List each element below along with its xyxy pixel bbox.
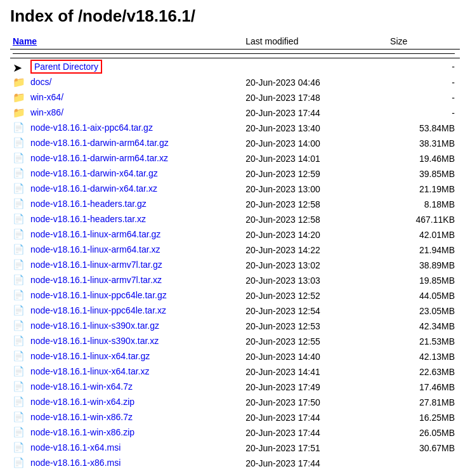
file-date: 20-Jun-2023 14:00 (243, 136, 388, 151)
file-size: 21.19MB (388, 182, 460, 197)
file-date: 20-Jun-2023 14:41 (243, 364, 388, 380)
file-date: 20-Jun-2023 12:58 (243, 197, 388, 212)
table-row: 📄 node-v18.16.1-darwin-x64.tar.gz 20-Jun… (10, 166, 460, 182)
file-link[interactable]: node-v18.16.1-x64.msi (30, 442, 121, 453)
file-link[interactable]: node-v18.16.1-darwin-x64.tar.xz (30, 183, 157, 194)
file-link[interactable]: node-v18.16.1-linux-arm64.tar.xz (30, 244, 160, 255)
file-name-cell: 📄 node-v18.16.1-aix-ppc64.tar.gz (10, 121, 243, 136)
file-name-cell: 📄 node-v18.16.1-linux-s390x.tar.xz (10, 334, 243, 349)
file-name-cell: 📄 node-v18.16.1-linux-arm64.tar.gz (10, 227, 243, 242)
file-size: 21.53MB (388, 334, 460, 349)
file-link[interactable]: node-v18.16.1-win-x64.zip (30, 397, 134, 407)
table-row: 📄 node-v18.16.1-linux-s390x.tar.xz 20-Ju… (10, 334, 460, 349)
file-size: 27.81MB (388, 395, 460, 410)
file-icon: 📄 (13, 457, 25, 470)
file-date: 20-Jun-2023 04:46 (243, 75, 388, 90)
file-link[interactable]: node-v18.16.1-headers.tar.xz (30, 214, 146, 224)
file-name-cell: 📄 node-v18.16.1-headers.tar.gz (10, 197, 243, 212)
table-row: 📄 node-v18.16.1-linux-x64.tar.xz 20-Jun-… (10, 364, 460, 380)
table-row: 📄 node-v18.16.1-linux-arm64.tar.xz 20-Ju… (10, 242, 460, 258)
file-name-cell: 📁 win-x64/ (10, 90, 243, 105)
file-icon: 📄 (13, 183, 25, 195)
file-icon: 📄 (13, 442, 25, 454)
file-icon: 📄 (13, 259, 25, 272)
file-link[interactable]: node-v18.16.1-linux-armv7l.tar.xz (30, 275, 162, 285)
file-name-cell: 📄 node-v18.16.1-win-x86.7z (10, 410, 243, 425)
file-link[interactable]: node-v18.16.1-linux-arm64.tar.gz (30, 229, 160, 239)
file-name-cell: 📄 node-v18.16.1-linux-s390x.tar.gz (10, 319, 243, 334)
file-link[interactable]: docs/ (30, 77, 51, 87)
name-sort-link[interactable]: Name (13, 36, 37, 46)
file-link[interactable]: node-v18.16.1-x86.msi (30, 458, 121, 468)
table-header-row: Name Last modified Size (10, 34, 460, 50)
file-name-cell: 📄 node-v18.16.1-darwin-x64.tar.xz (10, 182, 243, 197)
file-size: 30.67MB (388, 440, 460, 456)
file-link[interactable]: node-v18.16.1-linux-x64.tar.xz (30, 366, 150, 376)
file-link[interactable]: win-x86/ (30, 107, 63, 117)
file-date: 20-Jun-2023 17:51 (243, 440, 388, 456)
file-date: 20-Jun-2023 12:52 (243, 288, 388, 303)
file-date: 20-Jun-2023 17:49 (243, 380, 388, 395)
file-date: 20-Jun-2023 17:44 (243, 105, 388, 121)
file-link[interactable]: node-v18.16.1-linux-x64.tar.gz (30, 351, 150, 361)
file-size: 8.18MB (388, 197, 460, 212)
file-icon: 📄 (13, 122, 25, 135)
file-icon: 📄 (13, 213, 25, 226)
file-date: 20-Jun-2023 14:40 (243, 349, 388, 364)
file-size: 23.05MB (388, 303, 460, 319)
file-link[interactable]: node-v18.16.1-win-x64.7z (30, 381, 133, 392)
folder-icon: 📁 (13, 107, 25, 119)
file-link[interactable]: node-v18.16.1-linux-armv7l.tar.gz (30, 260, 162, 270)
file-link[interactable]: node-v18.16.1-win-x86.zip (30, 427, 134, 437)
file-link[interactable]: node-v18.16.1-win-x86.7z (30, 412, 133, 422)
file-link[interactable]: node-v18.16.1-aix-ppc64.tar.gz (30, 122, 153, 133)
file-size: 38.89MB (388, 258, 460, 273)
file-size: - (388, 90, 460, 105)
table-row: 📄 node-v18.16.1-linux-armv7l.tar.gz 20-J… (10, 258, 460, 273)
file-icon: 📄 (13, 305, 25, 317)
file-link[interactable]: node-v18.16.1-linux-s390x.tar.xz (30, 336, 159, 346)
file-link[interactable]: node-v18.16.1-linux-s390x.tar.gz (30, 321, 159, 331)
file-size: 19.85MB (388, 273, 460, 288)
col-last-modified: Last modified (243, 34, 388, 50)
file-icon: 📄 (13, 152, 25, 165)
table-row: 📄 node-v18.16.1-darwin-arm64.tar.xz 20-J… (10, 151, 460, 166)
file-size: 467.11KB (388, 212, 460, 227)
table-row: 📄 node-v18.16.1-headers.tar.xz 20-Jun-20… (10, 212, 460, 227)
file-link[interactable]: node-v18.16.1-linux-ppc64le.tar.xz (30, 305, 166, 315)
table-row: 📄 node-v18.16.1-linux-armv7l.tar.xz 20-J… (10, 273, 460, 288)
table-row: 📄 node-v18.16.1-linux-s390x.tar.gz 20-Ju… (10, 319, 460, 334)
file-size (388, 456, 460, 471)
file-size: 22.63MB (388, 364, 460, 380)
file-date: 20-Jun-2023 13:02 (243, 258, 388, 273)
file-link[interactable]: node-v18.16.1-headers.tar.gz (30, 199, 147, 209)
file-date: 20-Jun-2023 13:00 (243, 182, 388, 197)
file-date: 20-Jun-2023 17:50 (243, 395, 388, 410)
file-name-cell: 📄 node-v18.16.1-linux-x64.tar.gz (10, 349, 243, 364)
folder-icon: 📁 (13, 76, 25, 89)
file-size: - (388, 105, 460, 121)
file-icon: 📄 (13, 289, 25, 302)
file-link[interactable]: node-v18.16.1-darwin-arm64.tar.gz (30, 138, 169, 148)
table-row: 📁 win-x64/ 20-Jun-2023 17:48 - (10, 90, 460, 105)
file-link[interactable]: win-x64/ (30, 92, 63, 102)
file-size: 17.46MB (388, 380, 460, 395)
file-name-cell: 📄 node-v18.16.1-win-x64.7z (10, 380, 243, 395)
table-row: 📄 node-v18.16.1-darwin-arm64.tar.gz 20-J… (10, 136, 460, 151)
col-name: Name (10, 34, 243, 50)
parent-directory-link[interactable]: Parent Directory (34, 62, 98, 72)
file-date: 20-Jun-2023 12:59 (243, 166, 388, 182)
file-date: 20-Jun-2023 14:22 (243, 242, 388, 258)
file-link[interactable]: node-v18.16.1-darwin-x64.tar.gz (30, 168, 158, 178)
file-name-cell: 📄 node-v18.16.1-headers.tar.xz (10, 212, 243, 227)
file-link[interactable]: node-v18.16.1-darwin-arm64.tar.xz (30, 153, 168, 163)
file-date: 20-Jun-2023 12:54 (243, 303, 388, 319)
file-link[interactable]: node-v18.16.1-linux-ppc64le.tar.gz (30, 290, 167, 300)
file-date: 20-Jun-2023 17:44 (243, 456, 388, 471)
file-name-cell: 📄 node-v18.16.1-linux-ppc64le.tar.xz (10, 303, 243, 319)
file-icon: 📄 (13, 168, 25, 180)
file-date: 20-Jun-2023 17:44 (243, 410, 388, 425)
file-size: 44.05MB (388, 288, 460, 303)
back-icon: ➤ (13, 61, 25, 74)
file-size: 21.94MB (388, 242, 460, 258)
